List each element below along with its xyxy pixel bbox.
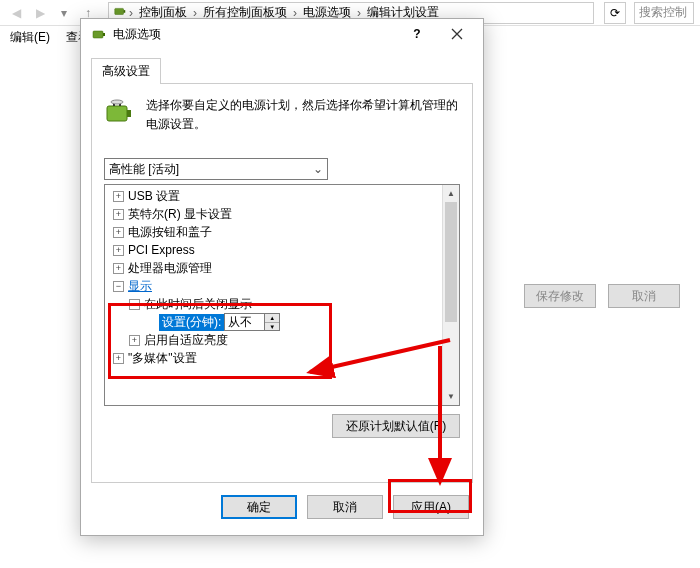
expand-icon[interactable]: +	[113, 353, 124, 364]
apply-button[interactable]: 应用(A)	[393, 495, 469, 519]
svg-rect-2	[93, 31, 103, 38]
spin-down-icon[interactable]: ▼	[265, 323, 279, 331]
expand-icon[interactable]: +	[113, 263, 124, 274]
background-buttons: 保存修改 取消	[524, 284, 680, 308]
svg-point-6	[111, 100, 123, 104]
setting-label[interactable]: 设置(分钟):	[159, 314, 224, 331]
spinner[interactable]: ▲ ▼	[264, 313, 280, 331]
expand-icon[interactable]: +	[113, 209, 124, 220]
svg-rect-3	[103, 33, 105, 36]
settings-tree[interactable]: +USB 设置 +英特尔(R) 显卡设置 +电源按钮和盖子 +PCI Expre…	[105, 185, 442, 405]
power-options-dialog: 电源选项 ? 高级设置 选择你要自定义的电源计划，然后选择你希望计算机管理的电源…	[80, 18, 484, 536]
nav-back-icon[interactable]: ◀	[6, 3, 26, 23]
svg-rect-5	[127, 110, 131, 117]
nav-forward-icon: ▶	[30, 3, 50, 23]
cancel-button-bg[interactable]: 取消	[608, 284, 680, 308]
battery-icon	[91, 26, 107, 42]
plan-selected-label: 高性能 [活动]	[109, 161, 179, 178]
search-input[interactable]: 搜索控制	[634, 2, 694, 24]
svg-rect-4	[107, 106, 127, 121]
cancel-button[interactable]: 取消	[307, 495, 383, 519]
expand-icon[interactable]: +	[113, 191, 124, 202]
scroll-up-icon[interactable]: ▲	[443, 185, 459, 202]
collapse-icon[interactable]: −	[113, 281, 124, 292]
tab-advanced[interactable]: 高级设置	[91, 58, 161, 84]
close-button[interactable]	[437, 20, 477, 48]
spin-up-icon[interactable]: ▲	[265, 314, 279, 323]
help-button[interactable]: ?	[397, 20, 437, 48]
svg-rect-0	[115, 8, 124, 14]
scroll-thumb[interactable]	[445, 202, 457, 322]
display-node[interactable]: 显示	[128, 278, 152, 295]
setting-value-input[interactable]: 从不	[224, 313, 264, 331]
collapse-icon[interactable]: −	[129, 299, 140, 310]
menu-edit[interactable]: 编辑(E)	[6, 27, 54, 48]
ok-button[interactable]: 确定	[221, 495, 297, 519]
setting-row: 设置(分钟): 从不 ▲ ▼	[159, 313, 442, 331]
expand-icon[interactable]: +	[113, 245, 124, 256]
restore-defaults-button[interactable]: 还原计划默认值(R)	[332, 414, 460, 438]
scroll-down-icon[interactable]: ▼	[443, 388, 459, 405]
svg-rect-1	[124, 10, 126, 13]
titlebar: 电源选项 ?	[81, 19, 483, 49]
dialog-title: 电源选项	[113, 26, 397, 43]
plan-dropdown[interactable]: 高性能 [活动] ⌄	[104, 158, 328, 180]
refresh-button[interactable]: ⟳	[604, 2, 626, 24]
settings-tree-container: +USB 设置 +英特尔(R) 显卡设置 +电源按钮和盖子 +PCI Expre…	[104, 184, 460, 406]
expand-icon[interactable]: +	[113, 227, 124, 238]
expand-icon[interactable]: +	[129, 335, 140, 346]
nav-history-icon[interactable]: ▾	[54, 3, 74, 23]
tree-scrollbar[interactable]: ▲ ▼	[442, 185, 459, 405]
battery-plug-icon	[104, 96, 136, 128]
save-changes-button: 保存修改	[524, 284, 596, 308]
intro-text: 选择你要自定义的电源计划，然后选择你希望计算机管理的电源设置。	[146, 96, 460, 134]
chevron-down-icon: ⌄	[313, 162, 323, 176]
